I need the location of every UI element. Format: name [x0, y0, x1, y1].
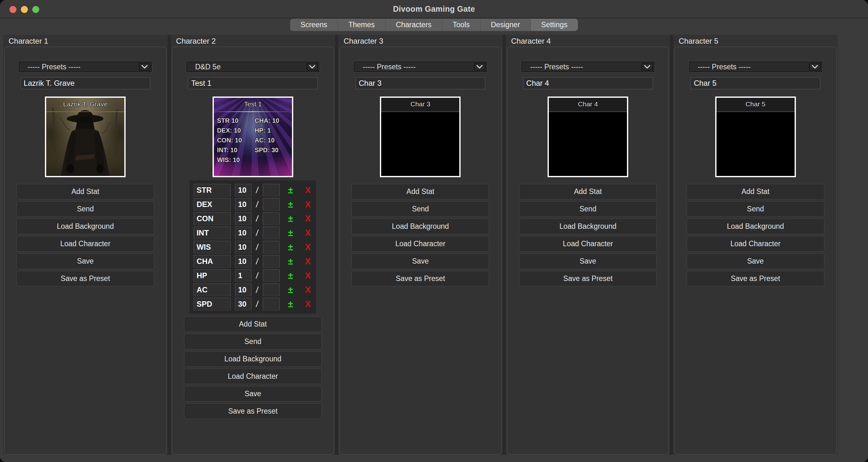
send-button[interactable]: Send: [351, 201, 489, 217]
stat-name-input[interactable]: [194, 255, 230, 268]
save-button[interactable]: Save: [17, 253, 154, 269]
save-as-preset-button[interactable]: Save as Preset: [184, 403, 322, 419]
remove-stat-button[interactable]: X: [304, 242, 312, 252]
save-button[interactable]: Save: [351, 253, 489, 269]
load-character-button[interactable]: Load Character: [687, 236, 824, 252]
zoom-button[interactable]: [32, 6, 39, 13]
load-character-button[interactable]: Load Character: [17, 236, 154, 252]
stat-value-input[interactable]: [235, 255, 251, 268]
character-name-input[interactable]: [690, 77, 820, 89]
remove-stat-button[interactable]: X: [304, 228, 312, 238]
remove-stat-button[interactable]: X: [304, 285, 312, 295]
send-button[interactable]: Send: [519, 201, 657, 217]
stat-max-input[interactable]: [263, 269, 280, 282]
close-button[interactable]: [9, 6, 17, 13]
adjust-stat-button[interactable]: ±: [286, 285, 294, 295]
send-button[interactable]: Send: [17, 201, 154, 217]
preset-dropdown-value: ----- Presets -----: [354, 63, 415, 71]
load-background-button[interactable]: Load Background: [17, 219, 154, 234]
add-stat-button[interactable]: Add Stat: [519, 184, 657, 199]
tab-settings[interactable]: Settings: [530, 19, 578, 31]
stat-name-input[interactable]: [194, 212, 230, 225]
tab-themes[interactable]: Themes: [338, 19, 385, 31]
stat-name-input[interactable]: [194, 298, 230, 310]
stat-name-input[interactable]: [194, 269, 230, 282]
preset-dropdown[interactable]: ----- Presets -----: [689, 61, 822, 72]
save-as-preset-button[interactable]: Save as Preset: [519, 271, 657, 286]
stat-name-input[interactable]: [194, 184, 230, 196]
remove-stat-button[interactable]: X: [304, 257, 312, 267]
stat-value-input[interactable]: [235, 298, 251, 310]
save-button[interactable]: Save: [687, 253, 824, 269]
save-as-preset-button[interactable]: Save as Preset: [351, 271, 489, 286]
remove-stat-button[interactable]: X: [304, 214, 312, 224]
stat-row-wis: / ± X: [194, 241, 316, 253]
send-button[interactable]: Send: [184, 334, 322, 349]
preset-dropdown[interactable]: ----- Presets -----: [19, 61, 152, 72]
adjust-stat-button[interactable]: ±: [286, 242, 294, 252]
remove-stat-button[interactable]: X: [304, 271, 312, 281]
send-button[interactable]: Send: [687, 201, 824, 217]
load-background-button[interactable]: Load Background: [687, 219, 824, 234]
stat-max-input[interactable]: [263, 298, 280, 310]
load-background-button[interactable]: Load Background: [351, 219, 489, 234]
preset-dropdown[interactable]: ----- Presets -----: [521, 61, 654, 72]
character-name-input[interactable]: [188, 77, 318, 89]
adjust-stat-button[interactable]: ±: [286, 299, 294, 309]
preset-dropdown[interactable]: D&D 5e: [186, 61, 319, 72]
stat-name-input[interactable]: [194, 198, 230, 211]
character-name-input[interactable]: [21, 77, 150, 89]
load-character-button[interactable]: Load Character: [184, 369, 322, 384]
stat-name-input[interactable]: [194, 241, 230, 253]
tab-characters[interactable]: Characters: [385, 19, 442, 31]
save-as-preset-button[interactable]: Save as Preset: [687, 271, 824, 286]
stat-name-input[interactable]: [194, 283, 230, 296]
stat-row-cha: / ± X: [194, 255, 316, 268]
adjust-stat-button[interactable]: ±: [286, 271, 294, 281]
stat-value-input[interactable]: [235, 283, 251, 296]
stat-max-input[interactable]: [263, 212, 280, 225]
load-background-button[interactable]: Load Background: [519, 219, 657, 234]
stat-name-input[interactable]: [194, 226, 230, 239]
add-stat-button[interactable]: Add Stat: [351, 184, 489, 199]
add-stat-button[interactable]: Add Stat: [184, 316, 322, 332]
remove-stat-button[interactable]: X: [304, 299, 312, 309]
add-stat-button[interactable]: Add Stat: [687, 184, 824, 199]
stat-value-input[interactable]: [235, 184, 251, 196]
save-button[interactable]: Save: [519, 253, 657, 269]
remove-stat-button[interactable]: X: [304, 185, 312, 195]
panel-groupbox: ----- Presets ----- Lazrik T. Grave: [4, 47, 167, 455]
stat-value-input[interactable]: [235, 241, 251, 253]
minimize-button[interactable]: [21, 6, 28, 13]
tab-designer[interactable]: Designer: [480, 19, 530, 31]
stat-max-input[interactable]: [263, 184, 280, 196]
stat-value-input[interactable]: [235, 212, 251, 225]
save-button[interactable]: Save: [184, 386, 322, 402]
stat-value-input[interactable]: [235, 226, 251, 239]
stat-max-input[interactable]: [263, 226, 280, 239]
preset-dropdown[interactable]: ----- Presets -----: [354, 61, 487, 72]
character-name-input[interactable]: [355, 77, 485, 89]
adjust-stat-button[interactable]: ±: [286, 228, 294, 238]
load-background-button[interactable]: Load Background: [184, 351, 322, 367]
adjust-stat-button[interactable]: ±: [286, 214, 294, 224]
tab-screens[interactable]: Screens: [290, 19, 338, 31]
stat-max-input[interactable]: [263, 241, 280, 253]
character-name-input[interactable]: [523, 77, 653, 89]
adjust-stat-button[interactable]: ±: [286, 256, 294, 267]
load-character-button[interactable]: Load Character: [519, 236, 657, 252]
stat-divider: /: [251, 214, 264, 224]
stat-value-input[interactable]: [235, 269, 251, 282]
stat-value-input[interactable]: [235, 198, 251, 211]
stat-max-input[interactable]: [263, 283, 280, 296]
stat-max-input[interactable]: [263, 255, 280, 268]
tab-tools[interactable]: Tools: [442, 19, 480, 31]
character-preview: Char 5: [715, 96, 796, 177]
load-character-button[interactable]: Load Character: [351, 236, 489, 252]
remove-stat-button[interactable]: X: [304, 200, 312, 210]
add-stat-button[interactable]: Add Stat: [17, 184, 154, 199]
stat-max-input[interactable]: [263, 198, 280, 211]
adjust-stat-button[interactable]: ±: [286, 199, 294, 210]
adjust-stat-button[interactable]: ±: [286, 185, 294, 195]
save-as-preset-button[interactable]: Save as Preset: [17, 271, 154, 286]
